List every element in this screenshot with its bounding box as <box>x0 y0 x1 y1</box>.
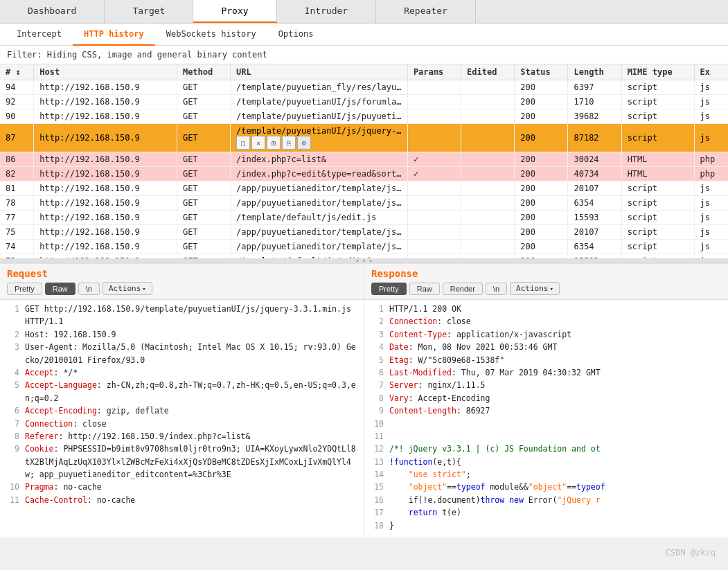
toolbar-icon-3[interactable]: ⎘ <box>282 136 296 150</box>
request-toolbar: Pretty Raw \n Actions ▾ <box>7 282 357 295</box>
col-host[interactable]: Host <box>34 64 177 80</box>
toolbar-icon-2[interactable]: ⊞ <box>267 136 281 150</box>
table-row[interactable]: 77http://192.168.150.9GET/template/defau… <box>0 211 728 225</box>
response-actions-label: Actions <box>516 284 548 293</box>
response-line: 13!function(e,t){ <box>370 456 722 468</box>
request-line: 2Host: 192.168.150.9 <box>6 328 358 341</box>
col-status[interactable]: Status <box>515 64 568 80</box>
table-row[interactable]: 92http://192.168.150.9GET/template/puyue… <box>0 95 728 109</box>
request-line: 1GET http://192.168.150.9/template/puyue… <box>6 303 358 328</box>
request-line: 8Referer: http://192.168.150.9/index.php… <box>6 430 358 443</box>
response-pretty-btn[interactable]: Pretty <box>371 283 407 295</box>
tab-target[interactable]: Target <box>105 0 193 23</box>
table-row[interactable]: 87http://192.168.150.9GET/template/puyue… <box>0 124 728 152</box>
col-url[interactable]: URL <box>231 64 408 80</box>
request-actions-label: Actions <box>109 284 141 293</box>
bottom-panels: Request Pretty Raw \n Actions ▾ 1GET htt… <box>0 264 728 537</box>
response-content: 1HTTP/1.1 200 OK2Connection: close3Conte… <box>364 300 728 537</box>
row-toolbar-icons[interactable]: □✕⊞⎘⚙ <box>236 136 402 150</box>
subtab-intercept[interactable]: Intercept <box>6 24 73 46</box>
response-title: Response <box>371 268 721 279</box>
response-line: 3Content-Type: application/x-javascript <box>370 328 722 341</box>
response-raw-btn[interactable]: Raw <box>409 283 440 295</box>
tab-intruder[interactable]: Intruder <box>277 0 377 23</box>
request-content: 1GET http://192.168.150.9/template/puyue… <box>0 300 364 537</box>
tab-repeater[interactable]: Repeater <box>376 0 476 23</box>
request-line: 9Cookie: PHPSESSID=b9imt0v9708hsml0ljr0t… <box>6 443 358 481</box>
response-line: 17 return t(e) <box>370 506 722 519</box>
toolbar-icon-4[interactable]: ⚙ <box>297 136 311 150</box>
request-line: 4Accept: */* <box>6 366 358 379</box>
subtab-http-history[interactable]: HTTP history <box>73 24 155 46</box>
http-history-table[interactable]: # ↕ Host Method URL Params Edited Status… <box>0 64 728 258</box>
table-row[interactable]: 81http://192.168.150.9GET/app/puyuetiane… <box>0 181 728 196</box>
request-ln-btn[interactable]: \n <box>78 283 100 295</box>
response-toolbar: Pretty Raw Render \n Actions ▾ <box>371 282 721 295</box>
response-panel: Response Pretty Raw Render \n Actions ▾ … <box>364 264 728 537</box>
table-row[interactable]: 94http://192.168.150.9GET/template/puyue… <box>0 80 728 95</box>
response-panel-header: Response Pretty Raw Render \n Actions ▾ <box>364 264 728 300</box>
col-edited[interactable]: Edited <box>461 64 515 80</box>
toolbar-icon-0[interactable]: □ <box>236 136 250 150</box>
response-line: 8Vary: Accept-Encoding <box>370 392 722 404</box>
response-line: 2Connection: close <box>370 315 722 328</box>
response-line: 10 <box>370 418 722 430</box>
response-render-btn[interactable]: Render <box>443 283 483 295</box>
response-line: 16 if(!e.document)throw new Error("jQuer… <box>370 494 722 506</box>
filter-text: Filter: Hiding CSS, image and general bi… <box>7 50 267 60</box>
filter-bar: Filter: Hiding CSS, image and general bi… <box>0 46 728 64</box>
request-panel-header: Request Pretty Raw \n Actions ▾ <box>0 264 364 300</box>
response-line: 5Etag: W/"5c809e68-1538f" <box>370 354 722 366</box>
table-row[interactable]: 75http://192.168.150.9GET/app/puyuetiane… <box>0 225 728 240</box>
response-line: 12/*! jQuery v3.3.1 | (c) JS Foundation … <box>370 443 722 455</box>
response-line: 7Server: nginx/1.11.5 <box>370 379 722 391</box>
request-line: 10Pragma: no-cache <box>6 481 358 493</box>
request-panel: Request Pretty Raw \n Actions ▾ 1GET htt… <box>0 264 364 537</box>
col-mime[interactable]: MIME type <box>621 64 694 80</box>
request-line: 11Cache-Control: no-cache <box>6 494 358 506</box>
subtab-websockets[interactable]: WebSockets history <box>155 24 267 46</box>
response-actions-btn[interactable]: Actions ▾ <box>510 282 560 295</box>
response-line: 4Date: Mon, 08 Nov 2021 00:53:46 GMT <box>370 341 722 353</box>
request-line: 7Connection: close <box>6 418 358 430</box>
request-line: 5Accept-Language: zh-CN,zh;q=0.8,zh-TW;q… <box>6 379 358 404</box>
panel-divider[interactable]: ··· <box>0 258 728 264</box>
table-row[interactable]: 86http://192.168.150.9GET/index.php?c=li… <box>0 152 728 167</box>
table-row[interactable]: 78http://192.168.150.9GET/app/puyuetiane… <box>0 196 728 211</box>
response-actions-arrow: ▾ <box>549 285 553 292</box>
response-line: 11 <box>370 430 722 443</box>
top-nav: Dashboard Target Proxy Intruder Repeater <box>0 0 728 24</box>
response-line: 18} <box>370 519 722 532</box>
response-line: 9Content-Length: 86927 <box>370 404 722 417</box>
request-line: 6Accept-Encoding: gzip, deflate <box>6 404 358 417</box>
tab-dashboard[interactable]: Dashboard <box>0 0 105 23</box>
table-row[interactable]: 74http://192.168.150.9GET/app/puyuetiane… <box>0 240 728 254</box>
request-raw-btn[interactable]: Raw <box>45 283 76 295</box>
col-params[interactable]: Params <box>407 64 461 80</box>
sub-nav: Intercept HTTP history WebSockets histor… <box>0 24 728 46</box>
response-ln-btn[interactable]: \n <box>486 283 507 295</box>
response-line: 14 "use strict"; <box>370 468 722 481</box>
request-title: Request <box>7 268 357 279</box>
col-ext[interactable]: Ex <box>694 64 728 80</box>
watermark: CSDN @zkzq <box>666 548 716 558</box>
subtab-options[interactable]: Options <box>267 24 325 46</box>
col-id[interactable]: # ↕ <box>0 64 34 80</box>
tab-proxy[interactable]: Proxy <box>193 0 276 23</box>
table-row[interactable]: 90http://192.168.150.9GET/template/puyue… <box>0 109 728 124</box>
response-line: 1HTTP/1.1 200 OK <box>370 303 722 315</box>
col-method[interactable]: Method <box>177 64 230 80</box>
response-line: 6Last-Modified: Thu, 07 Mar 2019 04:30:3… <box>370 366 722 379</box>
request-actions-btn[interactable]: Actions ▾ <box>103 282 152 295</box>
request-actions-arrow: ▾ <box>142 285 145 292</box>
response-line: 15 "object"==typeof module&&"object"==ty… <box>370 481 722 493</box>
request-pretty-btn[interactable]: Pretty <box>7 283 42 295</box>
toolbar-icon-1[interactable]: ✕ <box>251 136 265 150</box>
col-length[interactable]: Length <box>568 64 621 80</box>
table-row[interactable]: 82http://192.168.150.9GET/index.php?c=ed… <box>0 167 728 181</box>
request-line: 3User-Agent: Mozilla/5.0 (Macintosh; Int… <box>6 341 358 366</box>
